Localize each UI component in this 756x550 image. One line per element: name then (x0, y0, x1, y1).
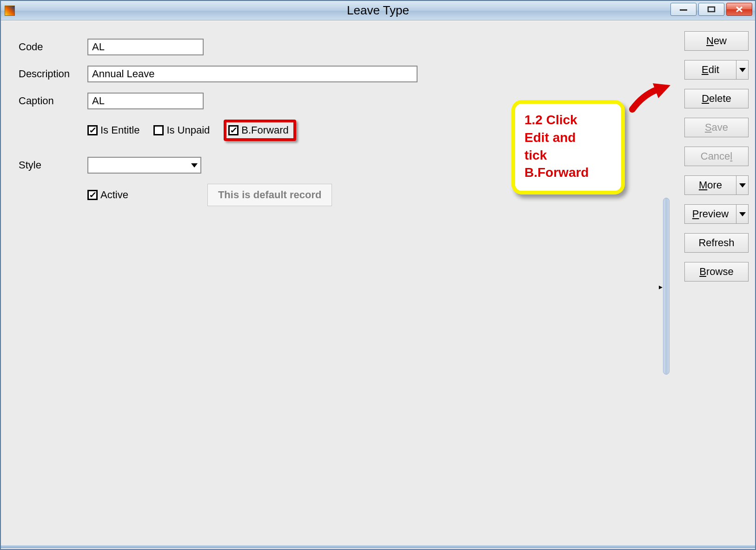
edit-button-group: Edit (684, 60, 749, 80)
is-unpaid-label: Is Unpaid (166, 124, 210, 136)
is-entitle-label: Is Entitle (100, 124, 139, 136)
chevron-down-icon (191, 163, 198, 168)
style-label: Style (19, 159, 87, 171)
titlebar: Leave Type (1, 1, 755, 20)
active-checkbox[interactable]: Active (87, 189, 128, 201)
checkbox-icon (87, 190, 98, 200)
preview-button-group: Preview (684, 204, 749, 224)
svg-marker-4 (653, 83, 670, 98)
minimize-button[interactable] (670, 3, 696, 16)
more-button-group: More (684, 175, 749, 195)
maximize-icon (707, 6, 716, 13)
new-button[interactable]: New (684, 31, 749, 51)
close-button[interactable] (726, 3, 752, 16)
svg-rect-1 (708, 7, 715, 12)
edit-button[interactable]: Edit (684, 60, 736, 80)
code-input[interactable] (87, 39, 204, 55)
close-icon (735, 6, 743, 13)
refresh-button[interactable]: Refresh (684, 233, 749, 253)
window-title: Leave Type (1, 3, 755, 18)
checkbox-icon (228, 125, 239, 135)
minimize-icon (679, 7, 688, 12)
caption-label: Caption (19, 95, 87, 107)
browse-button[interactable]: Browse (684, 262, 749, 282)
caption-input[interactable] (87, 93, 204, 109)
window-controls (670, 3, 752, 16)
b-forward-label: B.Forward (241, 124, 288, 136)
annotation-callout: 1.2 Click Edit and tick B.Forward (511, 100, 625, 195)
app-icon (5, 6, 15, 16)
client-area: Code Description Caption Is Entitle Is U… (1, 20, 755, 548)
checkbox-icon (87, 125, 98, 135)
edit-dropdown[interactable] (736, 60, 749, 80)
default-record-badge: This is default record (207, 184, 332, 206)
window: Leave Type Code Description (0, 0, 756, 550)
b-forward-checkbox[interactable]: B.Forward (228, 124, 288, 136)
description-label: Description (19, 68, 87, 80)
annotation-text: 1.2 Click Edit and tick B.Forward (524, 111, 612, 181)
form: Code Description Caption Is Entitle Is U… (19, 39, 437, 206)
preview-button[interactable]: Preview (684, 204, 736, 224)
style-select[interactable] (87, 157, 201, 174)
save-button[interactable]: Save (684, 118, 749, 137)
active-label: Active (100, 189, 128, 201)
more-button[interactable]: More (684, 175, 736, 195)
is-unpaid-checkbox[interactable]: Is Unpaid (153, 124, 210, 136)
cancel-button[interactable]: Cancel (684, 147, 749, 166)
code-label: Code (19, 41, 87, 53)
splitter-handle-icon[interactable]: ▸ (658, 282, 663, 292)
more-dropdown[interactable] (736, 175, 749, 195)
splitter-bar[interactable] (663, 198, 670, 375)
svg-rect-0 (680, 9, 687, 11)
delete-button[interactable]: Delete (684, 89, 749, 108)
annotation-arrow-icon (629, 81, 670, 114)
chevron-down-icon (739, 183, 746, 188)
window-bottom-border (1, 545, 755, 548)
b-forward-highlight: B.Forward (224, 120, 296, 141)
maximize-button[interactable] (698, 3, 724, 16)
chevron-down-icon (739, 212, 746, 216)
description-input[interactable] (87, 66, 418, 82)
side-panel: New Edit Delete Save Cancel More Preview… (684, 31, 749, 282)
preview-dropdown[interactable] (736, 204, 749, 224)
checkbox-icon (153, 125, 164, 135)
is-entitle-checkbox[interactable]: Is Entitle (87, 124, 139, 136)
chevron-down-icon (739, 68, 746, 72)
